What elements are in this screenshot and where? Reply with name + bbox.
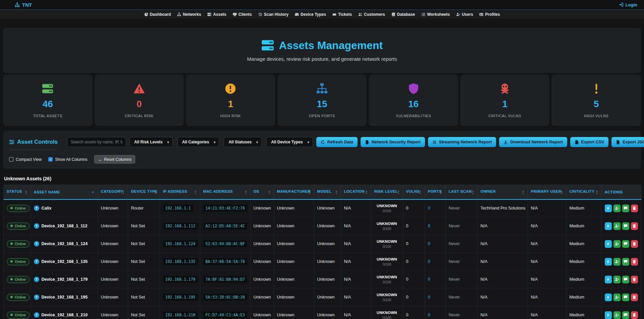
column-header[interactable]: DEVICE TYPE bbox=[128, 185, 160, 199]
column-header[interactable]: MAC ADDRESS bbox=[200, 185, 250, 199]
column-header[interactable]: PRIMARY USER bbox=[528, 185, 566, 199]
comment-button[interactable] bbox=[622, 222, 629, 230]
assign-user-button[interactable] bbox=[613, 204, 621, 212]
column-header[interactable]: VULNS bbox=[403, 185, 425, 199]
asset-name[interactable]: Calix bbox=[42, 206, 52, 211]
category-filter[interactable]: All Categories ▾ bbox=[177, 137, 219, 147]
sort-icon[interactable] bbox=[194, 190, 197, 195]
network-security-report-button[interactable]: Network Security Report bbox=[361, 137, 425, 147]
sort-icon[interactable] bbox=[365, 190, 368, 195]
login-button[interactable]: Login bbox=[619, 2, 637, 7]
sort-icon[interactable] bbox=[335, 190, 337, 195]
nav-item[interactable]: Worksheets bbox=[421, 12, 450, 17]
export-json-button[interactable]: Export JSON bbox=[611, 137, 644, 147]
ports-cell[interactable]: 0 bbox=[425, 271, 445, 288]
nav-item[interactable]: Users bbox=[456, 12, 473, 17]
comment-button[interactable] bbox=[622, 311, 629, 319]
comment-button[interactable] bbox=[622, 240, 629, 248]
column-header[interactable]: RISK LEVEL bbox=[371, 185, 403, 199]
ports-cell[interactable]: 0 bbox=[425, 235, 445, 253]
search-input[interactable] bbox=[67, 137, 126, 147]
nav-item[interactable]: Networks bbox=[177, 12, 201, 17]
delete-asset-button[interactable] bbox=[631, 204, 638, 212]
streaming-network-report-button[interactable]: Streaming Network Report bbox=[428, 137, 496, 147]
column-header[interactable]: CRITICALITY bbox=[566, 185, 601, 199]
nav-item[interactable]: Database bbox=[391, 12, 415, 17]
scan-asset-button[interactable] bbox=[605, 258, 612, 266]
delete-asset-button[interactable] bbox=[631, 311, 638, 319]
assign-user-button[interactable] bbox=[613, 258, 621, 266]
export-csv-button[interactable]: Export CSV bbox=[570, 137, 609, 147]
asset-name[interactable]: Device_192_168_1_112 bbox=[42, 224, 88, 228]
asset-name[interactable]: Device_192_168_1_179 bbox=[42, 277, 88, 282]
status-filter[interactable]: All Statuses ▾ bbox=[224, 137, 262, 147]
column-header[interactable]: IP ADDRESS bbox=[160, 185, 200, 199]
sort-icon[interactable] bbox=[91, 190, 94, 193]
comment-button[interactable] bbox=[622, 204, 629, 212]
column-header[interactable]: OS bbox=[250, 185, 274, 199]
column-header[interactable]: OWNER bbox=[477, 185, 528, 199]
asset-name[interactable]: Device_192_168_1_135 bbox=[42, 259, 88, 264]
ports-cell[interactable]: 0 bbox=[425, 199, 445, 217]
sort-icon[interactable] bbox=[25, 190, 27, 195]
nav-item[interactable]: Profiles bbox=[479, 12, 500, 17]
column-header[interactable]: ACTIONS bbox=[601, 185, 641, 199]
asset-name[interactable]: Device_192_168_1_195 bbox=[42, 295, 88, 300]
scan-asset-button[interactable] bbox=[605, 311, 612, 319]
nav-item[interactable]: Clients bbox=[233, 12, 252, 17]
assign-user-button[interactable] bbox=[613, 311, 621, 319]
download-network-report-button[interactable]: Download Network Report bbox=[499, 137, 567, 147]
assign-user-button[interactable] bbox=[613, 240, 621, 248]
nav-item[interactable]: Assets bbox=[207, 12, 226, 17]
asset-name[interactable]: Device_192_168_1_124 bbox=[42, 241, 88, 246]
delete-asset-button[interactable] bbox=[631, 293, 638, 301]
refresh-data-button[interactable]: Refresh Data bbox=[316, 137, 358, 147]
sort-icon[interactable] bbox=[472, 190, 474, 195]
column-header[interactable]: LOCATION bbox=[341, 185, 371, 199]
compact-view-checkbox[interactable] bbox=[9, 157, 13, 162]
nav-item[interactable]: Tickets bbox=[332, 12, 352, 17]
column-header[interactable]: LAST SCAN bbox=[445, 185, 477, 199]
scan-asset-button[interactable] bbox=[605, 204, 612, 212]
asset-name[interactable]: Device_192_168_1_210 bbox=[42, 313, 88, 317]
sort-icon[interactable] bbox=[522, 190, 524, 195]
ports-cell[interactable]: 0 bbox=[425, 217, 445, 235]
column-header[interactable]: STATUS bbox=[4, 185, 31, 199]
comment-button[interactable] bbox=[622, 258, 629, 266]
show-all-columns-checkbox[interactable] bbox=[48, 157, 53, 162]
brand-logo[interactable]: TNT bbox=[15, 2, 32, 8]
scan-asset-button[interactable] bbox=[605, 276, 612, 283]
comment-button[interactable] bbox=[622, 293, 629, 301]
nav-item[interactable]: Scan History bbox=[258, 12, 288, 17]
delete-asset-button[interactable] bbox=[631, 222, 638, 230]
scan-asset-button[interactable] bbox=[605, 240, 612, 248]
column-header[interactable]: PORTS bbox=[425, 185, 445, 199]
assign-user-button[interactable] bbox=[613, 276, 621, 283]
scan-asset-button[interactable] bbox=[605, 222, 612, 230]
sort-icon[interactable] bbox=[268, 190, 270, 195]
nav-item[interactable]: Dashboard bbox=[144, 12, 171, 17]
column-header[interactable]: ASSET NAME bbox=[31, 185, 98, 199]
risk-level-filter[interactable]: All Risk Levels ▾ bbox=[129, 137, 173, 147]
show-all-columns-toggle[interactable]: Show All Columns bbox=[48, 157, 88, 162]
ports-cell[interactable]: 0 bbox=[425, 288, 445, 306]
compact-view-toggle[interactable]: Compact View bbox=[9, 157, 42, 162]
ports-cell[interactable]: 0 bbox=[425, 253, 445, 271]
delete-asset-button[interactable] bbox=[631, 276, 638, 283]
sort-icon[interactable] bbox=[596, 190, 598, 195]
column-header[interactable]: MANUFACTURER bbox=[274, 185, 314, 199]
reset-columns-button[interactable]: ↔ Reset Columns bbox=[94, 155, 135, 164]
device-type-filter[interactable]: All Device Types ▾ bbox=[266, 137, 313, 147]
assign-user-button[interactable] bbox=[613, 293, 621, 301]
column-header[interactable]: CATEGORY bbox=[98, 185, 128, 199]
assign-user-button[interactable] bbox=[613, 222, 621, 230]
sort-icon[interactable] bbox=[245, 190, 247, 195]
delete-asset-button[interactable] bbox=[631, 258, 638, 266]
nav-item[interactable]: Customers bbox=[358, 12, 385, 17]
ports-cell[interactable]: 0 bbox=[425, 306, 445, 319]
column-header[interactable]: MODEL bbox=[314, 185, 341, 199]
nav-item[interactable]: Device Types bbox=[295, 12, 326, 17]
comment-button[interactable] bbox=[622, 276, 629, 283]
delete-asset-button[interactable] bbox=[631, 240, 638, 248]
scan-asset-button[interactable] bbox=[605, 293, 612, 301]
